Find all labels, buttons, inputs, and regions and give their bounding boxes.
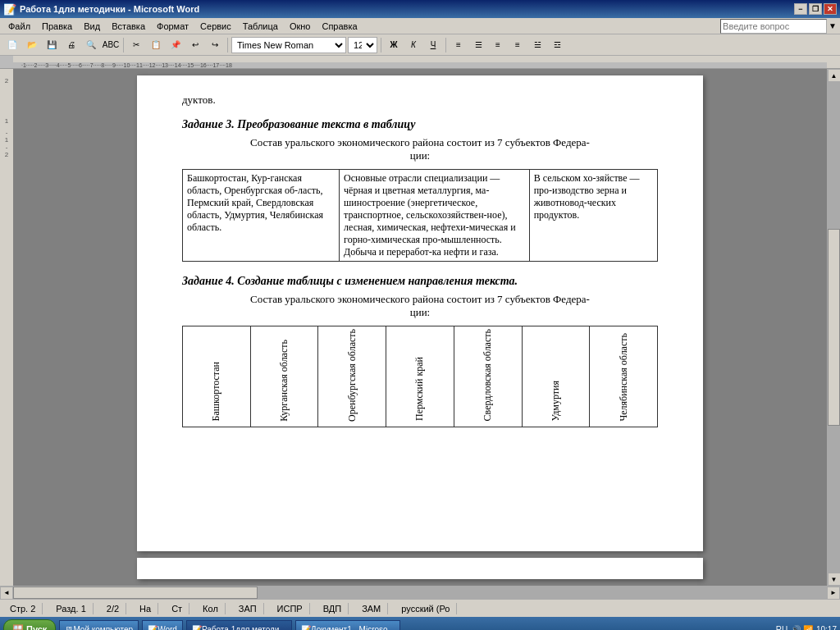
copy-button[interactable]: 📋 [147,37,165,53]
font-size-selector[interactable]: 12 [348,37,377,53]
menu-edit[interactable]: Правка [37,20,77,33]
align-center-button[interactable]: ☰ [469,37,487,53]
numbering-button[interactable]: ☲ [548,37,566,53]
vert-cell-4: Пермский край [386,326,454,427]
italic-button[interactable]: К [404,37,422,53]
task4-table: Башкортостан Курганская область Оренбург… [182,326,658,428]
restore-button[interactable]: ❐ [809,3,822,15]
scroll-right-button[interactable]: ► [827,587,840,600]
vert-text-2: Курганская область [278,340,290,422]
scroll-down-button[interactable]: ▼ [828,573,841,586]
sep1 [123,38,124,52]
bottom-scrollbar[interactable]: ◄ ► [0,586,840,599]
bullets-button[interactable]: ☱ [528,37,546,53]
scroll-up-button[interactable]: ▲ [828,69,841,82]
status-record: ЗАП [232,603,264,614]
vert-cell-2: Курганская область [250,326,318,427]
font-selector[interactable]: Times New Roman [231,37,346,53]
start-button[interactable]: 🪟 Пуск [3,619,56,630]
ruler-label: ·1·····2·····3·····4·····5·····6·····7··… [21,62,232,68]
menu-window[interactable]: Окно [285,20,316,33]
bold-button[interactable]: Ж [385,37,403,53]
h-scroll-thumb[interactable] [13,587,258,599]
sep2 [227,38,228,52]
taskbar-item-doc1[interactable]: 📝 Документ1 - Microso... [295,620,400,630]
vert-text-5: Свердловская область [482,329,494,421]
title-bar-left: 📝 Работа 1для методички - Microsoft Word [3,3,199,16]
search-box[interactable]: ▼ [720,19,837,34]
minimize-button[interactable]: − [794,3,807,15]
close-button[interactable]: ✕ [824,3,837,15]
cut-button[interactable]: ✂ [127,37,145,53]
status-ln: Ст [165,603,189,614]
menu-view[interactable]: Вид [79,20,105,33]
underline-button[interactable]: Ч [424,37,442,53]
menu-bar: Файл Правка Вид Вставка Формат Сервис Та… [0,18,840,34]
right-scrollbar[interactable]: ▲ ▼ [827,69,840,586]
justify-button[interactable]: ≡ [509,37,527,53]
ruler-content: ·1·····2·····3·····4·····5·····6·····7··… [13,56,827,68]
spellcheck-button[interactable]: ABC [102,37,120,53]
menu-file[interactable]: Файл [3,20,35,33]
page-top-text: дуктов. [182,92,658,108]
status-page: Стр. 2 [3,603,43,614]
scroll-area[interactable]: дуктов. Задание 3. Преобразование текста… [13,69,827,586]
undo-button[interactable]: ↩ [186,37,204,53]
menu-tools[interactable]: Сервис [195,20,236,33]
menu-format[interactable]: Формат [152,20,194,33]
vert-text-4: Пермский край [413,357,426,421]
scroll-track[interactable] [828,82,840,573]
tray-icons: 🔊 📶 [791,625,813,631]
redo-button[interactable]: ↪ [206,37,224,53]
align-right-button[interactable]: ≡ [489,37,507,53]
h-scroll-track[interactable] [13,587,827,599]
vert-text-7: Челябинская область [618,333,630,422]
new-button[interactable]: 📄 [3,37,21,53]
toolbar-1: 📄 📂 💾 🖨 🔍 ABC ✂ 📋 📌 ↩ ↪ Times New Roman … [0,34,840,56]
status-vdp: ВДП [317,603,349,614]
computer-icon: 🖥 [65,625,73,631]
sep3 [381,38,381,52]
vert-text-3: Оренбургская область [346,329,358,422]
start-icon: 🪟 [12,624,24,631]
ruler: ·1·····2·····3·····4·····5·····6·····7··… [0,56,840,69]
paste-button[interactable]: 📌 [167,37,185,53]
vert-cell-6: Удмуртия [522,326,590,427]
status-col: Кол [196,603,226,614]
document-page: дуктов. Задание 3. Преобразование текста… [137,75,703,551]
table-row: Башкортостан, Кур-ганская область, Оренб… [183,169,658,261]
search-input[interactable] [720,19,827,34]
status-ispr: ИСПР [271,603,310,614]
ruler-left [0,56,13,68]
task3-table: Башкортостан, Кур-ганская область, Оренб… [182,169,658,262]
open-button[interactable]: 📂 [23,37,41,53]
taskbar-item-work1[interactable]: 📝 Работа 1для методи... [186,620,292,630]
lang-indicator: RU [776,625,788,631]
taskbar-right: RU 🔊 📶 10:17 [776,625,837,631]
word-icon-2: 📝 [192,625,202,631]
status-lang: русский (Ро [395,603,457,614]
taskbar-item-computer[interactable]: 🖥 Мой компьютер [59,620,139,630]
table-cell-1: Башкортостан, Кур-ганская область, Оренб… [183,169,340,261]
vert-cell-7: Челябинская область [590,326,658,427]
scroll-thumb[interactable] [828,229,840,425]
align-left-button[interactable]: ≡ [450,37,468,53]
main-area: 2 1 - 1 - 2 дуктов. Задание 3. Преобразо… [0,69,840,586]
menu-insert[interactable]: Вставка [107,20,150,33]
search-arrow[interactable]: ▼ [829,21,837,30]
menu-table[interactable]: Таблица [238,20,283,33]
vert-text-6: Удмуртия [550,381,562,422]
status-page-of: 2/2 [100,603,126,614]
menu-help[interactable]: Справка [317,20,362,33]
taskbar-item-word[interactable]: 📝 Word [142,620,183,630]
title-bar-controls[interactable]: − ❐ ✕ [794,3,837,15]
save-button[interactable]: 💾 [43,37,61,53]
scroll-left-button[interactable]: ◄ [0,587,13,600]
status-zam: ЗАМ [355,603,388,614]
clock: 10:17 [816,625,837,631]
vert-cell-3: Оренбургская область [318,326,386,427]
vert-text-1: Башкортостан [210,362,222,421]
preview-button[interactable]: 🔍 [82,37,100,53]
print-button[interactable]: 🖨 [62,37,80,53]
task3-intro: Состав уральского экономического района … [182,136,658,162]
